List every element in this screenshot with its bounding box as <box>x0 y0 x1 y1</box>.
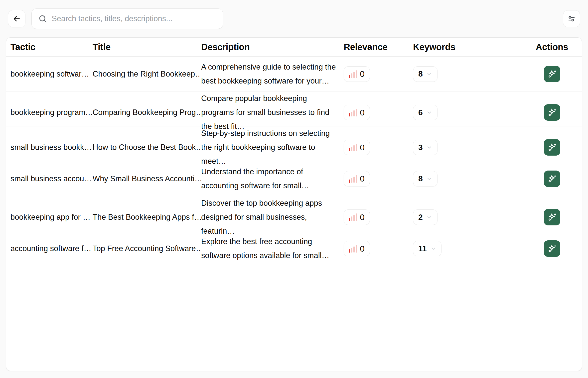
relevance-badge: 0 <box>344 241 370 256</box>
column-header-title: Title <box>93 42 201 52</box>
signal-bars-icon <box>349 143 357 151</box>
keywords-dropdown[interactable]: 8 <box>413 66 438 82</box>
description-cell: Explore the best free accounting softwar… <box>201 235 342 263</box>
relevance-value: 0 <box>360 108 365 117</box>
toolbar <box>0 0 588 37</box>
title-cell: Top Free Accounting Software… <box>93 244 201 253</box>
relevance-value: 0 <box>360 212 365 222</box>
keywords-value: 2 <box>418 213 423 222</box>
arrow-left-icon <box>12 14 21 23</box>
sparkles-plus-icon <box>547 244 557 254</box>
relevance-value: 0 <box>360 244 365 254</box>
tactic-cell: bookkeeping app for … <box>6 213 93 222</box>
sparkles-plus-icon <box>547 107 557 117</box>
table-row: bookkeeping softwar… Choosing the Right … <box>6 57 582 92</box>
sparkles-plus-icon <box>547 69 557 79</box>
table-row: small business bookk… How to Choose the … <box>6 126 582 161</box>
generate-keywords-button[interactable] <box>544 139 560 156</box>
sparkles-plus-icon <box>547 142 557 152</box>
title-cell: The Best Bookkeeping Apps f… <box>93 213 201 222</box>
tactic-cell: bookkeeping program… <box>6 108 93 117</box>
column-header-tactic: Tactic <box>6 42 93 52</box>
sparkles-plus-icon <box>547 212 557 222</box>
description-cell: Understand the importance of accounting … <box>201 165 342 193</box>
relevance-badge: 0 <box>344 105 370 120</box>
keywords-value: 8 <box>418 69 423 79</box>
keywords-dropdown[interactable]: 8 <box>413 171 438 187</box>
chevron-down-icon <box>426 71 432 77</box>
description-cell: Step-by-step instructions on selecting t… <box>201 126 342 168</box>
tactic-cell: small business accou… <box>6 174 93 183</box>
tactic-cell: small business bookk… <box>6 143 93 152</box>
signal-bars-icon <box>349 70 357 78</box>
signal-bars-icon <box>349 175 357 183</box>
description-cell: Discover the top bookkeeping apps design… <box>201 196 342 238</box>
search-icon <box>38 14 47 23</box>
tactic-cell: bookkeeping softwar… <box>6 70 93 79</box>
keywords-dropdown[interactable]: 11 <box>413 241 441 256</box>
column-header-relevance: Relevance <box>342 42 413 52</box>
table-row: bookkeeping program… Comparing Bookkeepi… <box>6 92 582 126</box>
keywords-dropdown[interactable]: 6 <box>413 105 438 120</box>
generate-keywords-button[interactable] <box>544 209 560 225</box>
relevance-badge: 0 <box>344 209 370 225</box>
signal-bars-icon <box>349 213 357 221</box>
sparkles-plus-icon <box>547 174 557 184</box>
tactic-cell: accounting software f… <box>6 244 93 253</box>
relevance-badge: 0 <box>344 171 370 187</box>
relevance-badge: 0 <box>344 66 370 82</box>
keywords-value: 11 <box>418 244 427 253</box>
column-header-keywords: Keywords <box>413 42 522 52</box>
filter-button[interactable] <box>563 10 580 27</box>
tactics-table: Tactic Title Description Relevance Keywo… <box>6 37 582 371</box>
chevron-down-icon <box>426 109 432 115</box>
relevance-badge: 0 <box>344 140 370 155</box>
generate-keywords-button[interactable] <box>544 171 560 187</box>
title-cell: Why Small Business Accounti… <box>93 174 201 183</box>
table-row: bookkeeping app for … The Best Bookkeepi… <box>6 196 582 231</box>
keywords-value: 3 <box>418 143 423 152</box>
title-cell: How to Choose the Best Book… <box>93 143 201 152</box>
table-header: Tactic Title Description Relevance Keywo… <box>6 38 582 57</box>
chevron-down-icon <box>430 246 436 252</box>
chevron-down-icon <box>426 214 432 220</box>
title-cell: Comparing Bookkeeping Prog… <box>93 108 201 117</box>
keywords-dropdown[interactable]: 2 <box>413 209 438 225</box>
table-row: small business accou… Why Small Business… <box>6 161 582 196</box>
relevance-value: 0 <box>360 174 365 184</box>
relevance-value: 0 <box>360 69 365 79</box>
search-input[interactable] <box>52 14 216 23</box>
back-button[interactable] <box>8 10 25 27</box>
generate-keywords-button[interactable] <box>544 240 560 257</box>
generate-keywords-button[interactable] <box>544 104 560 121</box>
search-box <box>31 8 223 29</box>
description-cell: A comprehensive guide to selecting the b… <box>201 60 342 88</box>
chevron-down-icon <box>426 176 432 182</box>
column-header-actions: Actions <box>522 42 582 52</box>
keywords-value: 8 <box>418 174 423 183</box>
signal-bars-icon <box>349 108 357 116</box>
signal-bars-icon <box>349 245 357 253</box>
title-cell: Choosing the Right Bookkeep… <box>93 70 201 79</box>
sliders-icon <box>567 14 576 23</box>
column-header-description: Description <box>201 42 342 52</box>
generate-keywords-button[interactable] <box>544 66 560 82</box>
relevance-value: 0 <box>360 143 365 152</box>
keywords-dropdown[interactable]: 3 <box>413 140 438 155</box>
keywords-value: 6 <box>418 108 423 117</box>
chevron-down-icon <box>426 144 432 150</box>
table-row: accounting software f… Top Free Accounti… <box>6 231 582 266</box>
